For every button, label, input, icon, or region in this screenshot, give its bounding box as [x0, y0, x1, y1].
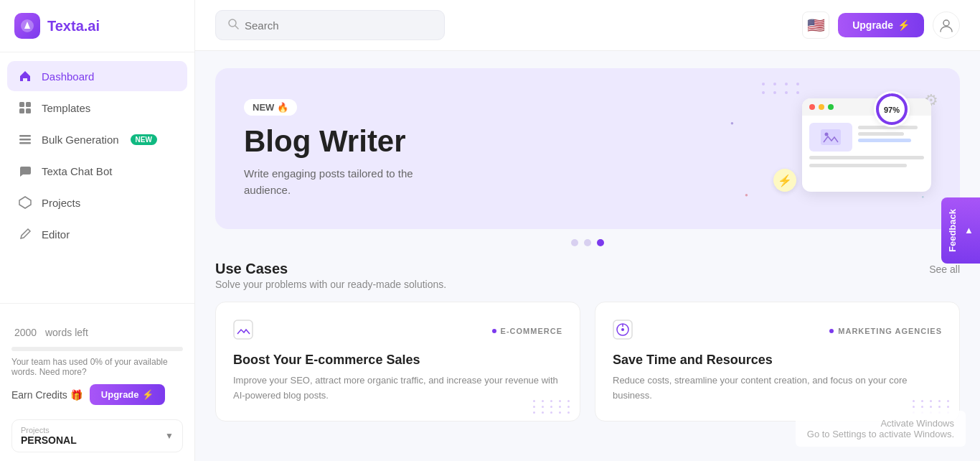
projects-selector-label: Projects [21, 426, 77, 434]
card-desc-2: Reduce costs, streamline your content cr… [613, 373, 942, 404]
category-dot [492, 329, 496, 333]
card-category-1: E-COMMERCE [492, 327, 562, 335]
dashboard-label: Dashboard [42, 70, 94, 83]
user-profile-button[interactable] [933, 11, 960, 39]
browser-dot-green [828, 104, 834, 110]
bulk-icon [17, 131, 33, 147]
svg-rect-8 [19, 142, 31, 144]
svg-rect-5 [26, 108, 31, 113]
sidebar-item-dashboard[interactable]: Dashboard [7, 61, 187, 91]
section-subtitle: Solve your problems with our ready-made … [215, 279, 446, 290]
section-header-left: Use Cases Solve your problems with our r… [215, 261, 446, 290]
flag-icon: 🇺🇸 [807, 17, 825, 34]
browser-mockup [802, 98, 931, 192]
carousel-dot-3[interactable] [597, 239, 604, 246]
projects-selector-content: Projects PERSONAL [21, 426, 77, 446]
chat-icon [17, 163, 33, 179]
topbar-right: 🇺🇸 Upgrade ⚡ [802, 11, 960, 39]
sidebar-item-editor[interactable]: Editor [7, 219, 187, 249]
svg-point-20 [621, 328, 624, 331]
decor-dots [762, 83, 802, 94]
language-selector[interactable]: 🇺🇸 [802, 11, 829, 39]
browser-img [809, 123, 852, 152]
sidebar: Texta.ai Dashboard Templates Bulk Genera… [0, 0, 195, 461]
carousel-dots [215, 239, 960, 246]
use-case-card-marketing[interactable]: MARKETING AGENCIES Save Time and Resourc… [595, 302, 960, 422]
editor-icon [17, 226, 33, 242]
chevron-down-icon: ▼ [165, 431, 174, 441]
words-box: 2000 words left Your team has used 0% of… [11, 312, 183, 411]
svg-rect-3 [26, 102, 31, 107]
ecommerce-icon [233, 320, 253, 344]
sidebar-item-templates[interactable]: Templates [7, 93, 187, 123]
card-dots-pattern-1 [526, 393, 580, 421]
svg-rect-17 [234, 320, 253, 339]
carousel-desc: Write engaging posts tailored to the aud… [244, 166, 445, 198]
svg-rect-6 [19, 135, 31, 137]
logo-text: Texta.ai [47, 18, 100, 34]
category-dot [829, 329, 834, 333]
words-progress-track [11, 347, 183, 351]
feedback-tab[interactable]: ▲ Feedback [941, 197, 980, 264]
home-icon [17, 68, 33, 84]
bulk-label: Bulk Generation [42, 134, 119, 146]
earn-credits-link[interactable]: Earn Credits 🎁 [11, 389, 83, 401]
upgrade-button-top[interactable]: Upgrade ⚡ [838, 13, 924, 37]
card-category-2: MARKETING AGENCIES [829, 327, 942, 335]
templates-label: Templates [42, 102, 90, 114]
feedback-arrow-icon: ▲ [963, 225, 974, 236]
section-header: Use Cases Solve your problems with our r… [215, 261, 960, 290]
carousel-title: Blog Writer [244, 124, 445, 159]
section-title: Use Cases [215, 261, 446, 277]
sidebar-item-bulk-generation[interactable]: Bulk Generation NEW [7, 124, 187, 154]
cards-row: E-COMMERCE Boost Your E-commerce Sales I… [215, 302, 960, 422]
carousel-dot-1[interactable] [571, 239, 578, 246]
card-dots-pattern-2 [905, 393, 959, 421]
fire-icon: 🔥 [277, 102, 288, 113]
svg-point-13 [825, 133, 829, 136]
svg-text:97%: 97% [884, 106, 900, 114]
new-badge: NEW [131, 134, 157, 145]
topbar: 🇺🇸 Upgrade ⚡ [195, 0, 980, 51]
sidebar-bottom: 2000 words left Your team has used 0% of… [0, 303, 194, 461]
browser-dot-yellow [819, 104, 824, 110]
sidebar-item-projects[interactable]: Projects [7, 187, 187, 218]
sidebar-item-chatbot[interactable]: Texta Chat Bot [7, 156, 187, 186]
words-note: Your team has used 0% of your available … [11, 357, 183, 377]
words-count: 2000 words left [11, 318, 183, 341]
main-content: 🇺🇸 Upgrade ⚡ NEW 🔥 Blog Writer Write eng… [195, 0, 980, 461]
browser-line [809, 156, 924, 159]
browser-bar [802, 98, 931, 116]
projects-selector-value: PERSONAL [21, 434, 77, 446]
see-all-link[interactable]: See all [929, 264, 960, 275]
search-icon [227, 18, 239, 32]
editor-label: Editor [42, 228, 70, 241]
progress-ring: 97% [874, 91, 910, 127]
projects-selector[interactable]: Projects PERSONAL ▼ [11, 419, 183, 452]
use-cases-section: Use Cases Solve your problems with our r… [195, 246, 980, 436]
projects-icon [17, 195, 33, 210]
svg-rect-7 [19, 139, 31, 141]
carousel-visual: ● ● ● ⚙ [730, 91, 931, 206]
card-desc-1: Improve your SEO, attract more organic t… [233, 373, 562, 404]
card-title-1: Boost Your E-commerce Sales [233, 353, 562, 368]
carousel-content: NEW 🔥 Blog Writer Write engaging posts t… [244, 99, 445, 198]
card-title-2: Save Time and Resources [613, 353, 942, 368]
carousel-dot-2[interactable] [584, 239, 591, 246]
upgrade-button-sidebar[interactable]: Upgrade ⚡ [90, 384, 165, 405]
search-input[interactable] [245, 19, 433, 32]
use-case-card-ecommerce[interactable]: E-COMMERCE Boost Your E-commerce Sales I… [215, 302, 580, 422]
search-box[interactable] [215, 10, 445, 40]
browser-line [809, 164, 907, 167]
hero-section: NEW 🔥 Blog Writer Write engaging posts t… [195, 51, 980, 246]
sidebar-logo: Texta.ai [0, 0, 194, 52]
carousel: NEW 🔥 Blog Writer Write engaging posts t… [215, 68, 960, 229]
marketing-icon [613, 320, 633, 344]
chatbot-label: Texta Chat Bot [42, 165, 112, 177]
bolt-icon: ⚡ [142, 389, 154, 400]
svg-point-11 [943, 20, 949, 26]
projects-label: Projects [42, 197, 80, 209]
svg-line-10 [235, 26, 238, 29]
templates-icon [17, 100, 33, 116]
gift-icon: 🎁 [70, 389, 83, 401]
